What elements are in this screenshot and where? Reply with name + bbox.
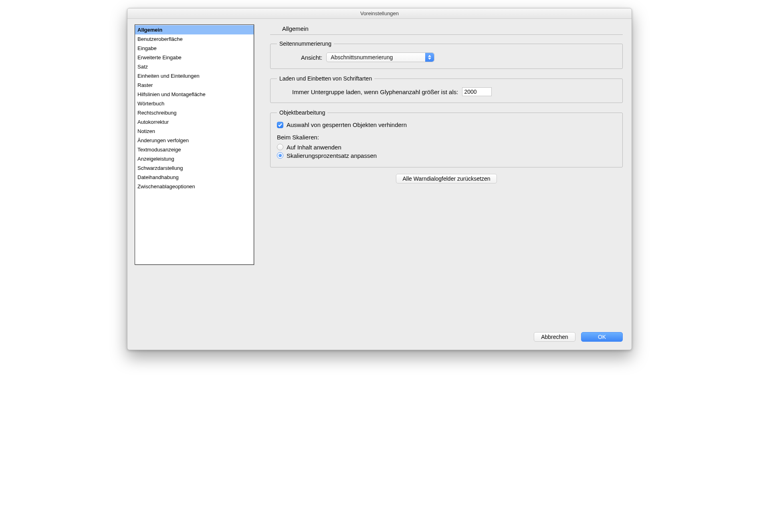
sidebar-item[interactable]: Erweiterte Eingabe	[135, 53, 254, 62]
view-label: Ansicht:	[301, 54, 322, 61]
group-object-editing: Objektbearbeitung Auswahl von gesperrten…	[270, 109, 623, 167]
sidebar-item[interactable]: Rechtschreibung	[135, 108, 254, 117]
prevent-locked-label: Auswahl von gesperrten Objekten verhinde…	[287, 121, 407, 128]
content-area: AllgemeinBenutzeroberflächeEingabeErweit…	[127, 19, 632, 268]
view-select-value: Abschnittsnummerierung	[331, 54, 393, 60]
reset-warnings-button[interactable]: Alle Warndialogfelder zurücksetzen	[396, 174, 497, 183]
sidebar-item[interactable]: Dateihandhabung	[135, 173, 254, 182]
main-panel: Allgemein Seitennummerierung Ansicht: Ab…	[270, 24, 624, 265]
sidebar-item[interactable]: Wörterbuch	[135, 99, 254, 108]
group-fonts-legend: Laden und Einbetten von Schriftarten	[277, 75, 374, 82]
cancel-button[interactable]: Abbrechen	[534, 332, 575, 342]
ok-button[interactable]: OK	[581, 332, 623, 342]
scaling-subhead: Beim Skalieren:	[277, 134, 616, 141]
group-page-numbering: Seitennummerierung Ansicht: Abschnittsnu…	[270, 40, 623, 69]
group-object-editing-legend: Objektbearbeitung	[277, 109, 327, 116]
sidebar-item[interactable]: Schwarzdarstellung	[135, 163, 254, 173]
sidebar-wrap: AllgemeinBenutzeroberflächeEingabeErweit…	[135, 24, 259, 265]
preferences-sidebar[interactable]: AllgemeinBenutzeroberflächeEingabeErweit…	[135, 24, 254, 265]
sidebar-item[interactable]: Zwischenablageoptionen	[135, 182, 254, 191]
sidebar-item[interactable]: Textmodusanzeige	[135, 145, 254, 154]
radio-adjust-scaling-percent-label: Skalierungsprozentsatz anpassen	[287, 152, 377, 159]
sidebar-item[interactable]: Einheiten und Einteilungen	[135, 71, 254, 81]
group-page-numbering-legend: Seitennummerierung	[277, 40, 334, 47]
prevent-locked-checkbox[interactable]: Auswahl von gesperrten Objekten verhinde…	[277, 121, 407, 128]
sidebar-item[interactable]: Anzeigeleistung	[135, 154, 254, 163]
radio-apply-to-content[interactable]: Auf Inhalt anwenden	[277, 144, 616, 151]
sidebar-item[interactable]: Notizen	[135, 127, 254, 136]
check-icon	[278, 123, 283, 127]
sidebar-item[interactable]: Autokorrektur	[135, 117, 254, 127]
window-title: Voreinstellungen	[127, 8, 632, 19]
sidebar-item[interactable]: Satz	[135, 62, 254, 71]
radio-dot	[277, 152, 283, 159]
checkbox-box	[277, 122, 283, 128]
radio-dot	[277, 144, 283, 150]
sidebar-item[interactable]: Hilfslinien und Montagefläche	[135, 90, 254, 99]
radio-adjust-scaling-percent[interactable]: Skalierungsprozentsatz anpassen	[277, 152, 616, 159]
sidebar-item[interactable]: Änderungen verfolgen	[135, 136, 254, 145]
select-stepper-icon	[425, 53, 434, 62]
sidebar-item[interactable]: Eingabe	[135, 44, 254, 53]
dialog-footer: Abbrechen OK	[127, 332, 632, 350]
subset-threshold-label: Immer Untergruppe laden, wenn Glyphenanz…	[292, 89, 458, 95]
radio-apply-to-content-label: Auf Inhalt anwenden	[287, 144, 341, 151]
sidebar-item[interactable]: Allgemein	[135, 25, 254, 34]
group-fonts: Laden und Einbetten von Schriftarten Imm…	[270, 75, 623, 103]
sidebar-item[interactable]: Benutzeroberfläche	[135, 34, 254, 44]
subset-threshold-input[interactable]	[462, 87, 492, 96]
view-select[interactable]: Abschnittsnummerierung	[326, 52, 434, 62]
preferences-window: Voreinstellungen AllgemeinBenutzeroberfl…	[127, 8, 632, 350]
reset-row: Alle Warndialogfelder zurücksetzen	[270, 174, 623, 183]
page-title: Allgemein	[270, 24, 623, 35]
sidebar-item[interactable]: Raster	[135, 81, 254, 90]
